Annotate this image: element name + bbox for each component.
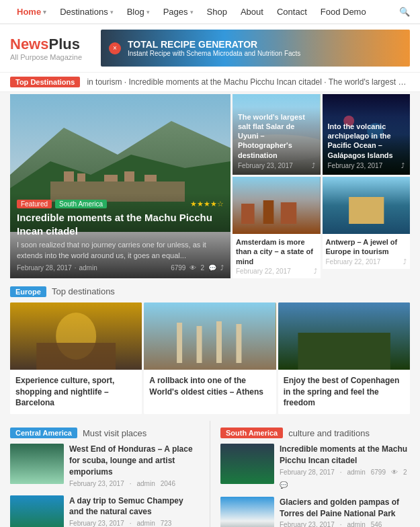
nav-shop-label: Shop [207,7,227,17]
glaciers-author: admin [347,521,366,527]
europe-card-barcelona[interactable]: Experience culture, sport, shopping and … [10,302,142,414]
nav-contact[interactable]: Contact [270,0,314,24]
thumb-semuc [10,495,64,527]
share-icon[interactable]: ⤴ [401,162,405,169]
eye-icon: 👁 [190,264,196,272]
nav-home[interactable]: Home ▾ [10,0,53,24]
svg-rect-24 [144,302,276,370]
nav-blog[interactable]: Blog ▾ [120,0,157,24]
comment-icon: 💬 [208,264,216,272]
machu-views: 6799 [371,469,386,476]
svg-rect-35 [220,444,274,484]
honduras-views: 2046 [161,480,175,487]
list-item[interactable]: West End of Honduras – A place for scuba… [10,444,200,487]
semuc-author: admin [137,520,155,527]
ticker-badge: Top Destinations [10,77,80,87]
chevron-down-icon: ▾ [43,9,46,15]
nav-items: Home ▾ Destinations ▾ Blog ▾ Pages ▾ Sho… [10,0,399,24]
nav-pages-label: Pages [163,7,188,17]
item-info: Incredible moments at the Machu Picchu I… [280,444,410,489]
honduras-author: admin [137,480,155,487]
svg-rect-4 [64,171,74,181]
share-icon[interactable]: ⤴ [312,162,315,169]
central-header: Central America Must visit places [10,428,200,438]
chevron-down-icon: ▾ [146,9,150,15]
card-volcano[interactable]: Into the volcanic archipelago in the Pac… [323,94,411,175]
south-label: culture and traditions [288,428,370,438]
central-label: Must visit places [83,428,146,438]
banner-image [276,30,410,67]
volcano-title: Into the volcanic archipelago in the Pac… [328,122,405,160]
thumb-machu [220,444,274,484]
athens-title: A rollback into one of the World's oldes… [149,375,270,398]
nav-shop[interactable]: Shop [200,0,234,24]
svg-rect-27 [216,321,222,363]
europe-card-athens[interactable]: A rollback into one of the World's oldes… [144,302,276,414]
glaciers-views: 546 [371,521,382,527]
svg-rect-30 [298,333,390,370]
nav-pages[interactable]: Pages ▾ [157,0,200,24]
featured-comments: 2 [200,264,204,272]
list-item[interactable]: Incredible moments at the Machu Picchu I… [220,444,410,489]
honduras-title: West End of Honduras – A place for scuba… [69,444,200,477]
europe-label: Top destinations [52,286,115,296]
share-icon[interactable]: ⤴ [220,264,224,272]
two-col-section: Central America Must visit places West E… [0,414,420,527]
europe-section-header: Europe Top destinations [0,278,420,302]
svg-rect-7 [124,171,134,181]
featured-author: admin [79,264,97,272]
featured-article[interactable]: Featured South America ★★★★☆ Incredible … [10,94,230,278]
thumb-honduras [10,444,64,484]
amsterdam-title: Amsterdam is more than a city – a state … [236,237,317,266]
navigation: Home ▾ Destinations ▾ Blog ▾ Pages ▾ Sho… [0,0,420,24]
europe-grid: Experience culture, sport, shopping and … [0,302,420,414]
svg-rect-28 [237,324,242,363]
glaciers-date: February 23, 2017 [280,521,335,527]
svg-rect-25 [177,323,182,363]
search-icon[interactable]: 🔍 [399,7,410,17]
europe-card-copenhagen[interactable]: Enjoy the best of Copenhagen in the spri… [278,302,410,414]
svg-rect-36 [220,497,274,527]
logo-area: NewsPlus All Purpose Magazine [10,36,91,61]
share-icon[interactable]: ⤴ [314,268,317,275]
right-top-cards: The world's largest salt flat Salar de U… [233,94,410,175]
main-featured-grid: Featured South America ★★★★☆ Incredible … [0,92,420,278]
card-antwerp[interactable]: Antwerp – A jewel of Europe in tourism F… [323,177,411,278]
list-item[interactable]: A day trip to Semuc Champey and the natu… [10,495,200,527]
featured-date: February 28, 2017 [17,264,72,272]
semuc-views: 723 [161,520,172,527]
nav-blog-label: Blog [127,7,144,17]
tag-south-america: South America [55,200,107,208]
barcelona-title: Experience culture, sport, shopping and … [15,375,136,409]
comment-icon: 💬 [280,481,288,489]
copenhagen-title: Enjoy the best of Copenhagen in the spri… [284,375,405,409]
right-column: The world's largest salt flat Salar de U… [233,94,410,278]
nav-about[interactable]: About [234,0,270,24]
nav-food-demo[interactable]: Food Demo [314,0,373,24]
glaciers-title: Glaciers and golden pampas of Torres del… [280,497,410,520]
nav-destinations[interactable]: Destinations ▾ [53,0,120,24]
svg-rect-23 [36,343,116,370]
banner-ad: × TOTAL RECIPE GENERATOR Instant Recipe … [101,30,410,67]
card-salt-flat[interactable]: The world's largest salt flat Salar de U… [233,94,321,175]
site-tagline: All Purpose Magazine [10,53,91,61]
banner-close-button[interactable]: × [109,42,121,54]
svg-rect-16 [263,200,274,224]
news-ticker: Top Destinations in tourism · Incredible… [0,72,420,92]
section-divider [210,421,210,527]
rating-stars: ★★★★☆ [190,200,224,208]
banner-title: TOTAL RECIPE GENERATOR [128,39,300,50]
svg-rect-20 [349,197,384,224]
nav-food-demo-label: Food Demo [321,7,366,17]
featured-title: Incredible moments at the Machu Picchu I… [17,211,224,237]
logo-news: News [10,36,48,52]
chevron-down-icon: ▾ [110,9,114,15]
card-amsterdam[interactable]: Amsterdam is more than a city – a state … [233,177,321,278]
central-america-section: Central America Must visit places West E… [10,421,200,527]
share-icon[interactable]: ⤴ [403,258,407,266]
site-header: NewsPlus All Purpose Magazine × TOTAL RE… [0,24,420,72]
list-item[interactable]: Glaciers and golden pampas of Torres del… [220,497,410,527]
europe-badge: Europe [10,286,46,297]
site-logo[interactable]: NewsPlus [10,36,91,53]
nav-home-label: Home [17,7,41,17]
